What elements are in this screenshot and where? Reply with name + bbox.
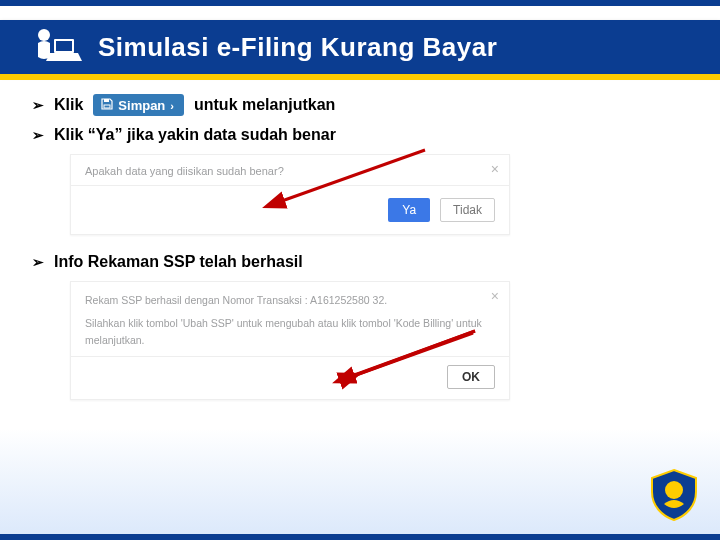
svg-rect-3 [104, 99, 109, 102]
confirm-question: Apakah data yang diisikan sudah benar? [85, 165, 495, 177]
slide: Simulasi e-Filing Kurang Bayar ➢ Klik Si… [0, 0, 720, 540]
computer-user-icon [28, 25, 86, 69]
accent-bar [0, 74, 720, 80]
bullet-1: ➢ Klik Simpan › untuk melanjutkan [32, 94, 688, 116]
header-ribbon: Simulasi e-Filing Kurang Bayar [0, 20, 720, 74]
close-icon[interactable]: × [491, 161, 499, 177]
result-line-2: Silahkan klik tombol 'Ubah SSP' untuk me… [85, 315, 495, 332]
bullet-1-pre-text: Klik [54, 96, 83, 114]
bullet-3-text: Info Rekaman SSP telah berhasil [54, 253, 303, 271]
page-title: Simulasi e-Filing Kurang Bayar [98, 32, 497, 63]
result-line-1: Rekam SSP berhasil dengan Nomor Transaks… [85, 292, 495, 309]
result-modal: × Rekam SSP berhasil dengan Nomor Transa… [70, 281, 510, 400]
bullet-icon: ➢ [32, 127, 44, 143]
ministry-crest-icon [646, 466, 702, 522]
svg-point-0 [38, 29, 50, 41]
bullet-icon: ➢ [32, 254, 44, 270]
svg-point-9 [665, 481, 683, 499]
result-buttons: OK [85, 365, 495, 389]
bullet-2: ➢ Klik “Ya” jika yakin data sudah benar [32, 126, 688, 144]
yes-button[interactable]: Ya [388, 198, 430, 222]
bullet-1-post-text: untuk melanjutkan [194, 96, 335, 114]
content-area: ➢ Klik Simpan › untuk melanjutkan ➢ Klik… [32, 94, 688, 400]
confirm-buttons: Ya Tidak [85, 196, 495, 222]
save-icon [101, 98, 113, 113]
svg-rect-4 [104, 105, 110, 108]
bullet-2-text: Klik “Ya” jika yakin data sudah benar [54, 126, 336, 144]
simpan-label: Simpan [118, 98, 165, 113]
confirm-modal: × Apakah data yang diisikan sudah benar?… [70, 154, 510, 235]
divider [71, 356, 509, 357]
result-line-3: melanjutkan. [85, 332, 495, 349]
chevron-right-icon: › [170, 100, 174, 112]
close-icon[interactable]: × [491, 288, 499, 304]
divider [71, 185, 509, 186]
svg-rect-2 [56, 41, 72, 51]
bullet-3: ➢ Info Rekaman SSP telah berhasil [32, 253, 688, 271]
no-button[interactable]: Tidak [440, 198, 495, 222]
bullet-icon: ➢ [32, 97, 44, 113]
ok-button[interactable]: OK [447, 365, 495, 389]
simpan-button[interactable]: Simpan › [93, 94, 184, 116]
